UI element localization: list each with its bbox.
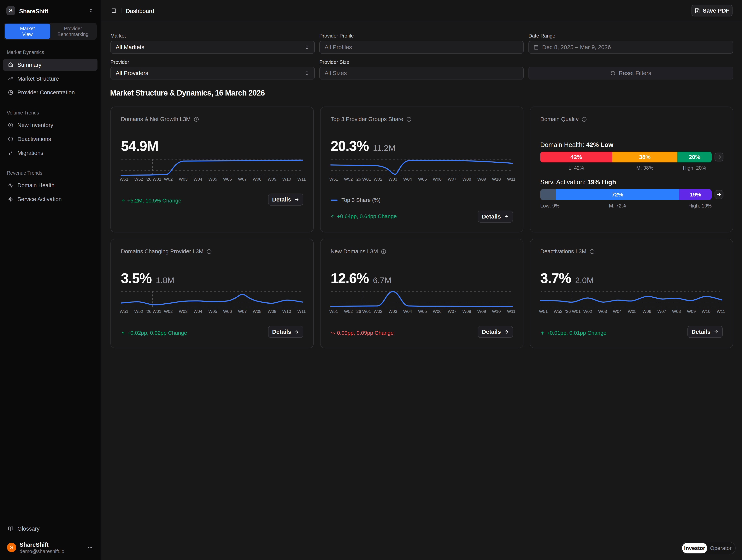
- svg-text:W52: W52: [134, 309, 143, 314]
- svg-text:W08: W08: [672, 309, 681, 314]
- svg-text:W06: W06: [433, 309, 441, 314]
- svg-text:W06: W06: [223, 309, 232, 314]
- svg-text:W07: W07: [447, 177, 456, 181]
- svg-text:W51: W51: [329, 177, 338, 181]
- svg-text:W03: W03: [388, 177, 397, 181]
- svg-text:W05: W05: [418, 177, 427, 181]
- svg-text:W02: W02: [373, 309, 382, 314]
- svg-text:W04: W04: [403, 177, 412, 181]
- svg-text:W09: W09: [267, 177, 276, 181]
- svg-text:W08: W08: [462, 309, 471, 314]
- svg-text:W52: W52: [344, 177, 353, 181]
- svg-text:W51: W51: [329, 309, 338, 314]
- svg-text:W06: W06: [223, 177, 232, 181]
- svg-text:W03: W03: [179, 309, 188, 314]
- svg-text:W10: W10: [701, 309, 710, 314]
- svg-text:W08: W08: [462, 177, 471, 181]
- svg-text:W06: W06: [433, 177, 441, 181]
- svg-text:W07: W07: [238, 309, 247, 314]
- svg-text:W05: W05: [628, 309, 636, 314]
- svg-text:W11: W11: [717, 309, 725, 314]
- svg-text:W03: W03: [388, 309, 397, 314]
- svg-text:'26 W01: '26 W01: [356, 177, 371, 181]
- svg-text:W07: W07: [657, 309, 666, 314]
- svg-text:W09: W09: [477, 177, 486, 181]
- svg-text:W10: W10: [492, 177, 500, 181]
- svg-text:W08: W08: [253, 177, 261, 181]
- svg-text:W52: W52: [344, 309, 353, 314]
- svg-text:W02: W02: [164, 177, 172, 181]
- svg-text:'26 W01: '26 W01: [356, 309, 371, 314]
- svg-text:W04: W04: [194, 309, 202, 314]
- svg-text:W05: W05: [418, 309, 427, 314]
- svg-text:W03: W03: [598, 309, 607, 314]
- svg-text:W05: W05: [208, 309, 217, 314]
- svg-text:W02: W02: [164, 309, 172, 314]
- svg-text:W02: W02: [583, 309, 592, 314]
- svg-text:W04: W04: [194, 177, 202, 181]
- svg-text:W09: W09: [267, 309, 276, 314]
- svg-text:'26 W01: '26 W01: [146, 177, 161, 181]
- svg-text:W11: W11: [507, 177, 516, 181]
- svg-text:W52: W52: [553, 309, 562, 314]
- svg-text:W05: W05: [208, 177, 217, 181]
- svg-text:'26 W01: '26 W01: [146, 309, 161, 314]
- svg-text:W07: W07: [447, 309, 456, 314]
- svg-text:W51: W51: [539, 309, 547, 314]
- svg-text:W52: W52: [134, 177, 143, 181]
- svg-text:W08: W08: [253, 309, 261, 314]
- svg-text:W04: W04: [613, 309, 622, 314]
- svg-text:W11: W11: [297, 177, 306, 181]
- svg-text:W11: W11: [297, 309, 306, 314]
- svg-text:W07: W07: [238, 177, 247, 181]
- svg-text:W10: W10: [492, 309, 500, 314]
- svg-text:W09: W09: [477, 309, 486, 314]
- svg-text:W11: W11: [507, 309, 516, 314]
- svg-text:W09: W09: [687, 309, 696, 314]
- svg-text:W02: W02: [373, 177, 382, 181]
- svg-text:W51: W51: [119, 177, 128, 181]
- svg-text:W51: W51: [119, 309, 128, 314]
- svg-text:'26 W01: '26 W01: [565, 309, 581, 314]
- svg-text:W06: W06: [642, 309, 651, 314]
- svg-text:W10: W10: [282, 309, 291, 314]
- svg-text:W10: W10: [282, 177, 291, 181]
- svg-text:W03: W03: [179, 177, 188, 181]
- svg-text:W04: W04: [403, 309, 412, 314]
